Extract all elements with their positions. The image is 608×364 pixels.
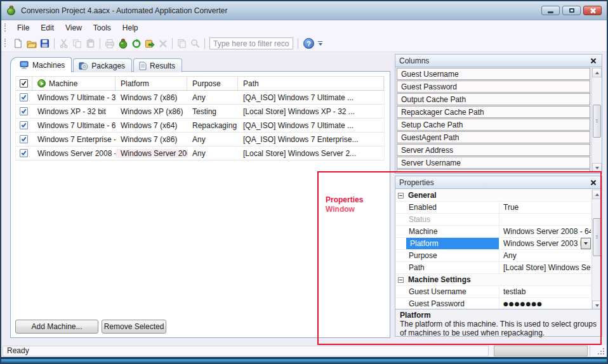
scroll-thumb[interactable] [593, 218, 601, 256]
menu-view[interactable]: View [60, 22, 88, 34]
tab-machines[interactable]: Machines [10, 57, 72, 72]
property-description: Platform The platform of this machine. T… [395, 309, 602, 336]
close-icon [590, 8, 596, 14]
menu-edit[interactable]: Edit [35, 22, 60, 34]
property-row-guest-username[interactable]: Guest Username testlab [396, 286, 591, 298]
close-icon[interactable] [589, 178, 598, 187]
cell-path: [Local Store] Windows Server 2... [238, 149, 384, 158]
run-icon [37, 79, 46, 88]
column-item[interactable]: Server Address [397, 144, 590, 156]
properties-scrollbar[interactable] [591, 190, 602, 310]
convert-icon[interactable] [116, 37, 129, 50]
cell-platform-editing[interactable]: Windows Server 2003 ... [116, 149, 187, 158]
toolbar-separator [172, 38, 173, 49]
cell-platform: Windows 7 (x64) [116, 121, 187, 130]
select-all-checkbox[interactable] [20, 79, 28, 88]
app-icon [6, 6, 17, 16]
property-row-path[interactable]: Path [Local Store] Windows Ser [396, 262, 591, 274]
column-item[interactable]: Output Cache Path [397, 93, 590, 105]
column-item-clipped[interactable] [397, 169, 590, 172]
cell-path: [QA_ISO] Windows 7 Ultimate ... [238, 93, 384, 102]
tab-packages-label: Packages [91, 62, 125, 70]
cell-path: [QA_ISO] Windows 7 Enterprise... [238, 135, 384, 144]
column-header-path[interactable]: Path [238, 77, 384, 90]
column-header-machine[interactable]: Machine [32, 77, 116, 90]
cell-path: [Local Store] Windows XP - 32 ... [238, 107, 384, 116]
minimize-button[interactable] [541, 6, 560, 15]
print-icon[interactable] [103, 37, 116, 50]
collapse-icon[interactable] [398, 193, 404, 198]
properties-panel-title: Properties [399, 178, 589, 187]
row-checkbox[interactable] [20, 93, 28, 101]
menu-bar: File Edit View Tools Help [1, 20, 607, 36]
table-row[interactable]: Windows 7 Ultimate - 32... Windows 7 (x8… [16, 91, 384, 105]
dropdown-button[interactable] [581, 238, 591, 249]
tab-packages[interactable]: Packages [73, 58, 132, 72]
cell-purpose: Any [187, 135, 238, 144]
column-item[interactable]: Setup Cache Path [397, 119, 590, 131]
tab-machines-label: Machines [32, 61, 65, 70]
maximize-button[interactable] [562, 6, 581, 15]
delete-icon[interactable] [156, 37, 169, 50]
column-item[interactable]: Server Username [397, 157, 590, 169]
close-button[interactable] [583, 6, 602, 15]
scroll-down-icon[interactable] [592, 163, 602, 172]
row-checkbox[interactable] [20, 107, 28, 115]
property-description-title: Platform [400, 311, 597, 320]
property-row-purpose[interactable]: Purpose Any [396, 250, 591, 262]
property-row-enabled[interactable]: Enabled True [396, 202, 591, 214]
property-group-machine-settings[interactable]: Machine Settings [396, 274, 591, 286]
scroll-up-icon[interactable] [592, 68, 602, 77]
property-row-machine[interactable]: Machine Windows Server 2008 - 64 [396, 226, 591, 238]
add-machine-button[interactable]: Add Machine... [15, 320, 98, 334]
monitor-icon [20, 61, 29, 69]
title-bar: Conversion Project 4.aacx - Automated Ap… [1, 1, 607, 20]
column-item[interactable]: Repackager Cache Path [397, 106, 590, 118]
save-icon[interactable] [38, 37, 51, 50]
remove-selected-button[interactable]: Remove Selected [102, 320, 166, 334]
scroll-thumb[interactable] [593, 105, 601, 138]
menu-file[interactable]: File [11, 22, 35, 34]
toolbar-options-icon[interactable] [316, 38, 324, 49]
resize-grip-icon[interactable] [597, 348, 605, 355]
table-row[interactable]: Windows XP - 32 bit Windows XP (x86) Tes… [16, 105, 384, 119]
table-row[interactable]: Windows 7 Enterprise - 3... Windows 7 (x… [16, 133, 384, 146]
duplicate-icon[interactable] [175, 37, 188, 50]
maximize-icon [569, 8, 574, 13]
column-item[interactable]: GuestAgent Path [397, 131, 590, 143]
property-row-platform-selected[interactable]: Platform Windows Server 2003 R [396, 238, 591, 250]
close-icon[interactable] [589, 56, 598, 65]
tab-results[interactable]: Results [133, 58, 182, 72]
column-header-platform[interactable]: Platform [116, 77, 187, 90]
cell-machine: Windows 7 Ultimate - 32... [32, 93, 116, 102]
menu-grip[interactable] [4, 23, 6, 32]
menu-help[interactable]: Help [117, 22, 144, 34]
column-item[interactable]: Guest Username [397, 68, 590, 80]
status-bar: Ready [1, 345, 607, 357]
column-header-purpose[interactable]: Purpose [187, 77, 238, 90]
table-row[interactable]: Windows 7 Ultimate - 64... Windows 7 (x6… [16, 119, 384, 133]
export-icon[interactable] [143, 37, 156, 50]
paste-icon[interactable] [84, 37, 97, 50]
help-icon[interactable]: ? [303, 38, 314, 49]
tab-results-label: Results [150, 62, 175, 70]
collapse-icon[interactable] [398, 277, 404, 283]
refresh-icon[interactable] [129, 37, 143, 50]
table-row-selected[interactable]: Windows Server 2008 - 6... Windows Serve… [16, 146, 384, 160]
scroll-up-icon[interactable] [592, 190, 602, 199]
toolbar-grip[interactable] [4, 39, 6, 47]
menu-tools[interactable]: Tools [88, 22, 117, 34]
open-icon[interactable] [25, 37, 38, 50]
filter-records-input[interactable] [209, 37, 293, 49]
copy-icon[interactable] [70, 37, 84, 50]
row-checkbox[interactable] [20, 149, 28, 157]
row-checkbox[interactable] [20, 135, 28, 143]
columns-scrollbar[interactable] [591, 68, 602, 172]
property-group-general[interactable]: General [396, 190, 591, 202]
property-row-status[interactable]: Status [396, 214, 591, 226]
new-icon[interactable] [11, 37, 25, 50]
column-item[interactable]: Guest Password [397, 81, 590, 93]
search-icon[interactable] [188, 37, 202, 50]
cut-icon[interactable] [57, 37, 70, 50]
row-checkbox[interactable] [20, 121, 28, 129]
